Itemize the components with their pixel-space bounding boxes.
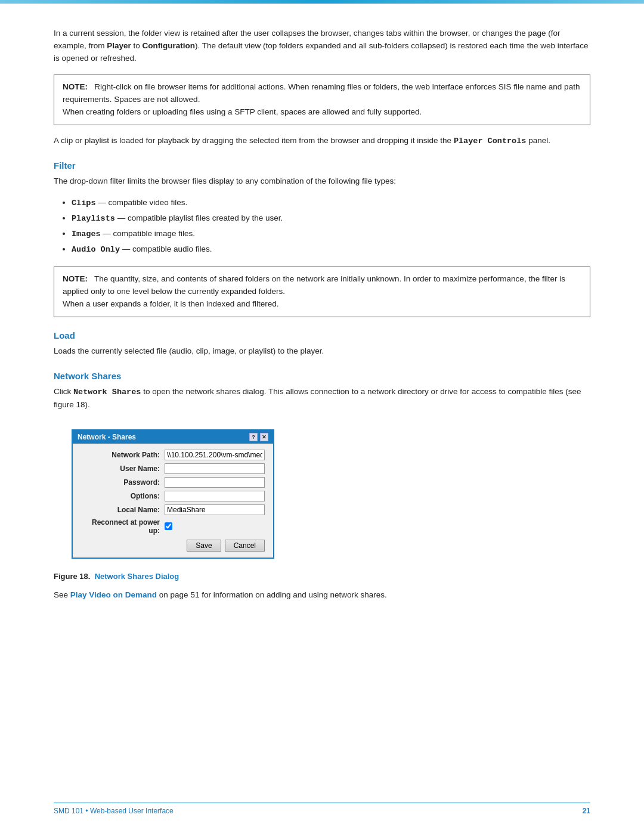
dialog-input-local-name[interactable]: [165, 504, 265, 515]
see-paragraph: See Play Video on Demand on page 51 for …: [54, 589, 590, 602]
list-item: Images — compatible image files.: [72, 227, 590, 241]
list-item: Audio Only — compatible audio files.: [72, 243, 590, 257]
filter-bullets: Clips — compatible video files. Playlist…: [72, 196, 590, 257]
dialog-reconnect-label: Reconnect at power up:: [81, 518, 165, 535]
dialog-label-network-path: Network Path:: [81, 451, 165, 459]
drag-paragraph: A clip or playlist is loaded for playbac…: [54, 135, 590, 148]
list-item: Clips — compatible video files.: [72, 196, 590, 210]
page-footer: SMD 101 • Web-based User Interface 21: [54, 803, 590, 815]
figure-caption: Figure 18. Network Shares Dialog: [54, 572, 590, 581]
dialog-field-password: Password:: [81, 477, 265, 488]
filter-description: The drop-down filter limits the browser …: [54, 175, 590, 188]
load-description: Loads the currently selected file (audio…: [54, 345, 590, 358]
dialog-help-icon[interactable]: ?: [249, 433, 258, 441]
dialog-titlebar-icons: ? ✕: [249, 433, 268, 441]
figure-caption-label: Network Shares Dialog: [95, 572, 179, 581]
dialog-label-user-name: User Name:: [81, 465, 165, 473]
dialog-input-network-path[interactable]: [165, 450, 265, 460]
network-shares-dialog-wrapper: Network - Shares ? ✕ Network Path: User …: [72, 429, 274, 559]
note-label-2: NOTE:: [63, 274, 88, 283]
network-shares-description: Click Network Shares to open the network…: [54, 386, 590, 411]
dialog-buttons: Save Cancel: [81, 540, 265, 552]
dialog-titlebar: Network - Shares ? ✕: [73, 431, 273, 444]
network-shares-heading: Network Shares: [54, 371, 590, 381]
dialog-input-options[interactable]: [165, 491, 265, 501]
dialog-close-icon[interactable]: ✕: [260, 433, 268, 441]
note-box-1: NOTE: Right-click on file browser items …: [54, 75, 590, 125]
dialog-label-local-name: Local Name:: [81, 506, 165, 514]
dialog-cancel-button[interactable]: Cancel: [225, 540, 265, 552]
list-item: Playlists — compatible playlist files cr…: [72, 212, 590, 226]
dialog-input-user-name[interactable]: [165, 463, 265, 474]
figure-caption-prefix: Figure 18.: [54, 572, 90, 581]
note-label-1: NOTE:: [63, 82, 88, 91]
dialog-field-network-path: Network Path:: [81, 450, 265, 460]
footer-page-number: 21: [583, 807, 590, 815]
footer-left: SMD 101 • Web-based User Interface: [54, 807, 174, 815]
dialog-body: Network Path: User Name: Password: Optio…: [73, 444, 273, 558]
dialog-field-local-name: Local Name:: [81, 504, 265, 515]
dialog-label-options: Options:: [81, 492, 165, 500]
note-box-2: NOTE: The quantity, size, and contents o…: [54, 267, 590, 317]
dialog-field-user-name: User Name:: [81, 463, 265, 474]
dialog-label-password: Password:: [81, 478, 165, 487]
dialog-reconnect-checkbox[interactable]: [165, 522, 172, 530]
dialog-save-button[interactable]: Save: [187, 540, 221, 552]
load-heading: Load: [54, 330, 590, 340]
dialog-field-options: Options:: [81, 491, 265, 501]
dialog-title: Network - Shares: [78, 433, 136, 441]
dialog-reconnect-row: Reconnect at power up:: [81, 518, 265, 535]
dialog-input-password[interactable]: [165, 477, 265, 488]
intro-paragraph: In a current session, the folder view is…: [54, 27, 590, 65]
play-video-link[interactable]: Play Video on Demand: [70, 590, 157, 599]
filter-heading: Filter: [54, 160, 590, 171]
network-shares-dialog: Network - Shares ? ✕ Network Path: User …: [72, 429, 274, 559]
